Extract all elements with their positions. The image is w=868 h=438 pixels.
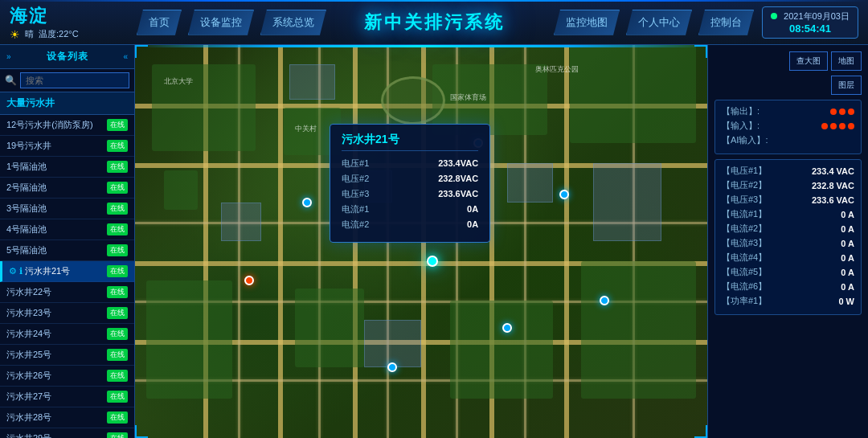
popup-value-4: 0A: [467, 204, 478, 214]
building-4: [507, 163, 553, 203]
building-3: [221, 203, 261, 242]
nav-home-button[interactable]: 首页: [137, 10, 182, 35]
nav-overview-button[interactable]: 系统总览: [260, 10, 326, 35]
building-1: [289, 64, 335, 100]
reading-label-6: 【电流#3】: [722, 237, 767, 249]
sidebar-list-item[interactable]: 污水井26号 在线: [0, 366, 134, 387]
map-marker-3[interactable]: [559, 190, 569, 199]
layer-label: 图层: [838, 80, 854, 91]
sidebar-list-item[interactable]: 1号隔油池 在线: [0, 157, 134, 178]
sidebar-list-item[interactable]: 19号污水井 在线: [0, 136, 134, 157]
nav-map-button[interactable]: 监控地图: [554, 10, 620, 35]
list-item-name: 1号隔油池: [6, 161, 107, 173]
map-button[interactable]: 地图: [831, 51, 862, 71]
status-badge: 在线: [107, 391, 128, 403]
arrow-icon: »: [6, 52, 11, 61]
reading-value-9: 0 A: [841, 282, 854, 292]
popup-label-5: 电流#2: [342, 219, 369, 231]
weather-info: ☀ 晴 温度:22°C: [10, 28, 79, 41]
output-section: 【输出】: 【输入】: 【AI输入】:: [714, 100, 862, 154]
list-item-name: 19号污水井: [6, 140, 107, 152]
view-large-button[interactable]: 查大图: [789, 51, 828, 71]
map-background: 北京大学 中关村 国家体育场 奥林匹克公园 污水井21号 电压#1 233.4V…: [135, 45, 707, 438]
nav-monitor-button[interactable]: 设备监控: [188, 10, 254, 35]
input-row: 【输入】:: [722, 120, 854, 132]
status-badge: 在线: [107, 432, 128, 438]
status-badge: 在线: [107, 244, 128, 256]
nav-right: 监控地图 个人中心 控制台: [554, 10, 754, 35]
main-content: » 设备列表 « 🔍 大量污水井 12号污水井(消防泵房) 在线 19号污水井 …: [0, 45, 868, 438]
sidebar-list-item[interactable]: 4号隔油池 在线: [0, 219, 134, 240]
nav-profile-button[interactable]: 个人中心: [626, 10, 692, 35]
sidebar-list-item[interactable]: 污水井23号 在线: [0, 303, 134, 324]
popup-value-3: 233.6VAC: [438, 189, 478, 199]
status-badge: 在线: [107, 265, 128, 277]
output-row: 【输出】:: [722, 105, 854, 117]
reading-label-2: 【电压#2】: [722, 179, 767, 191]
date-text: 2021年09月03日: [784, 10, 850, 23]
list-item-name: 12号污水井(消防泵房): [6, 119, 107, 131]
dot-red-6: [839, 123, 845, 129]
status-badge: 在线: [107, 370, 128, 382]
reading-label-9: 【电流#6】: [722, 280, 767, 293]
reading-value-5: 0 A: [841, 224, 854, 234]
map-marker-5[interactable]: [387, 362, 397, 372]
popup-value-2: 232.8VAC: [438, 174, 478, 183]
map-marker-4[interactable]: [244, 276, 254, 285]
status-badge: 在线: [107, 161, 128, 173]
nav-console-button[interactable]: 控制台: [698, 10, 754, 35]
search-input[interactable]: [20, 72, 129, 88]
map-marker-2[interactable]: [502, 323, 512, 333]
reading-row-9: 【电流#6】 0 A: [722, 280, 854, 293]
reading-row-10: 【功率#1】 0 W: [722, 295, 854, 307]
info-icon: ℹ: [19, 266, 23, 276]
reading-row-1: 【电压#1】 233.4 VAC: [722, 165, 854, 177]
sidebar-list-item[interactable]: 污水井22号 在线: [0, 282, 134, 303]
title-center: 新中关排污系统: [364, 10, 505, 35]
popup-row-1: 电压#1 233.4VAC: [342, 158, 478, 170]
sidebar-list-item[interactable]: 污水井25号 在线: [0, 345, 134, 366]
sidebar-list-item[interactable]: 5号隔油池 在线: [0, 240, 134, 261]
reading-row-2: 【电压#2】 232.8 VAC: [722, 179, 854, 191]
reading-value-3: 233.6 VAC: [812, 195, 854, 205]
view-large-label: 查大图: [796, 55, 821, 67]
info-popup: 污水井21号 电压#1 233.4VAC 电压#2 232.8VAC 电压#3 …: [330, 124, 490, 243]
list-item-name: 污水井24号: [6, 328, 107, 340]
status-badge: 在线: [107, 349, 128, 361]
weather-icon: ☀: [10, 28, 20, 41]
header-right: 2021年09月03日 08:54:41: [762, 6, 868, 39]
map-marker-active[interactable]: [427, 256, 438, 267]
sidebar-list-item[interactable]: 12号污水井(消防泵房) 在线: [0, 115, 134, 136]
sidebar-list-item[interactable]: 污水井28号 在线: [0, 407, 134, 428]
green-area-8: [450, 301, 553, 399]
sidebar-list-item[interactable]: ⚙ℹ 污水井21号 在线: [0, 261, 134, 282]
temperature-text: 温度:22°C: [39, 28, 79, 40]
map-marker-1[interactable]: [302, 198, 312, 207]
ai-input-label: 【AI输入】:: [722, 134, 768, 146]
sidebar-header: » 设备列表 «: [0, 45, 134, 69]
list-item-name: 污水井21号: [25, 265, 107, 277]
reading-row-5: 【电流#2】 0 A: [722, 223, 854, 235]
arrow-icon-right: «: [123, 52, 128, 61]
corner-tl: [135, 45, 148, 58]
stadium: [381, 76, 445, 125]
layer-button[interactable]: 图层: [831, 76, 862, 95]
list-item-name: 污水井22号: [6, 286, 107, 298]
green-area-5: [570, 45, 696, 143]
reading-label-7: 【电流#4】: [722, 252, 767, 264]
reading-label-4: 【电流#1】: [722, 208, 767, 220]
map-area[interactable]: 北京大学 中关村 国家体育场 奥林匹克公园 污水井21号 电压#1 233.4V…: [135, 45, 707, 438]
sidebar-list-item[interactable]: 3号隔油池 在线: [0, 199, 134, 219]
status-badge: 在线: [107, 223, 128, 235]
sidebar-list-item[interactable]: 污水井24号 在线: [0, 324, 134, 345]
datetime-badge: 2021年09月03日 08:54:41: [762, 6, 858, 39]
corner-tr: [694, 45, 707, 58]
status-badge: 在线: [107, 307, 128, 319]
sidebar-list-item[interactable]: 污水井29号 在线: [0, 428, 134, 438]
popup-label-3: 电压#3: [342, 188, 369, 200]
sidebar-list-item[interactable]: 污水井27号 在线: [0, 387, 134, 407]
sidebar-list-item[interactable]: 2号隔油池 在线: [0, 178, 134, 199]
dot-red-1: [830, 108, 837, 115]
reading-value-8: 0 A: [841, 268, 854, 277]
map-marker-7[interactable]: [600, 296, 609, 305]
